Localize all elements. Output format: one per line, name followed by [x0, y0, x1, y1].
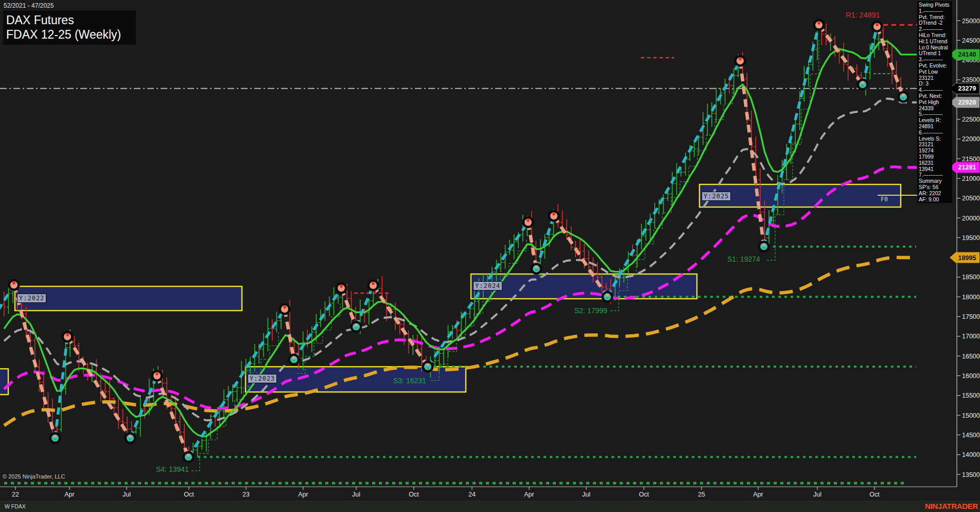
price-tick-label: 25000 — [962, 18, 980, 25]
time-tick-label: 22 — [12, 491, 19, 498]
price-tick-label: 19500 — [962, 234, 980, 242]
time-tick-label: Oct — [409, 491, 419, 498]
pivot-marker-dot — [355, 327, 358, 330]
swing-panel-line: 24891 — [919, 124, 952, 130]
price-tick-label: 17500 — [962, 313, 980, 320]
time-tick-label: Oct — [639, 491, 649, 498]
swing-panel-line: Summary — [919, 178, 952, 184]
swing-panel-line: 16231 — [919, 160, 952, 166]
swing-panel-line: 7.----------- — [919, 172, 952, 178]
swing-panel-line: Lo:0 Neutral — [919, 45, 952, 51]
price-tag-value: 22928 — [958, 99, 976, 106]
price-tick-label: 14500 — [962, 432, 980, 439]
price-tag-value: 18995 — [958, 254, 976, 262]
pivot-marker-dot — [12, 282, 15, 285]
time-tick-label: 23 — [242, 491, 250, 498]
time-tick-label: Jul — [582, 491, 590, 498]
time-tick-label: Oct — [184, 491, 194, 498]
f0-label: F0 — [881, 196, 888, 203]
resistance-label-R1: R1: 24891 — [846, 11, 880, 19]
price-tag-value: 24140 — [958, 51, 976, 58]
year-box-label-Y-2025: Y:2025 — [702, 192, 731, 201]
price-tick-label: 22000 — [962, 135, 980, 143]
pivot-marker-dot — [54, 438, 57, 441]
swing-panel-line: 3.----------- — [919, 57, 952, 63]
ninjatrader-chart-window: S1: 19274S2: 17999S3: 16231S4: 13941R1: … — [0, 0, 980, 512]
data-series-tab[interactable]: W FDAX — [5, 503, 26, 509]
price-tick-label: 14000 — [962, 451, 980, 458]
zigzag-downswing — [373, 285, 428, 367]
pivot-marker-dot — [355, 323, 358, 327]
swing-panel-line: Pvt High — [919, 99, 952, 106]
zigzag-downswing — [67, 337, 130, 438]
pivot-marker-dot — [426, 363, 429, 366]
swing-panel-line: 13941 — [919, 166, 952, 173]
pivot-marker-dot — [763, 247, 765, 249]
price-tick-label: 17000 — [962, 333, 980, 340]
zigzag-downswing — [157, 376, 188, 457]
price-tick-label: 21500 — [962, 156, 980, 163]
zigzag-upswing — [536, 216, 554, 269]
copyright-watermark: © 2025 NinjaTrader, LLC — [3, 473, 65, 480]
chart-plot-area[interactable]: S1: 19274S2: 17999S3: 16231S4: 13941R1: … — [0, 0, 980, 512]
zigzag-upswing — [607, 61, 740, 297]
pivot-marker-dot — [535, 269, 538, 271]
time-axis[interactable]: 22AprJulOct23AprJulOct24AprJulOct25AprJu… — [0, 487, 957, 498]
swing-panel-line: HiLo Trend: — [919, 32, 952, 39]
pivot-marker-dot — [606, 297, 609, 299]
contract-and-period: FDAX 12-25 (Weekly) — [6, 27, 133, 42]
swing-panel-line: Swing Pivots — [919, 2, 952, 8]
time-tick-label: Apr — [753, 491, 763, 498]
price-tick-label: 23500 — [962, 76, 980, 83]
price-tick-label: 20000 — [962, 215, 980, 222]
pivot-marker-dot — [527, 219, 530, 222]
swing-panel-line: 17999 — [919, 154, 952, 160]
zigzag-downswing — [285, 309, 294, 360]
price-tick-label: 16500 — [962, 353, 980, 360]
swing-panel-line: Levels S: — [919, 136, 952, 142]
instrument-title-box: DAX Futures FDAX 12-25 (Weekly) — [3, 11, 136, 45]
swing-panel-line: Levels R: — [919, 117, 952, 124]
pivot-marker-dot — [187, 457, 190, 459]
price-tick-label: 16000 — [962, 372, 980, 380]
zigzag-upswing — [764, 25, 819, 246]
pivot-marker-dot — [54, 435, 57, 438]
swing-panel-line: SP's: 56 — [919, 184, 952, 191]
zigzag-upswing — [294, 288, 341, 360]
price-tick-label: 13500 — [962, 471, 980, 479]
swing-panel-line: 5.----------- — [919, 111, 952, 117]
pivot-marker-dot — [861, 81, 864, 84]
swing-panel-line: 24339 — [919, 106, 952, 112]
year-box-label-Y-2024: Y:2024 — [473, 281, 502, 291]
year-box-Y:2022 — [15, 286, 242, 311]
time-tick-label: 24 — [468, 491, 476, 498]
time-tick-label: Apr — [524, 491, 534, 498]
pivot-marker-dot — [372, 282, 375, 285]
support-label-S4: S4: 13941 — [156, 465, 189, 473]
pivot-marker-dot — [862, 84, 864, 87]
swing-panel-line: 1.----------- — [919, 8, 952, 14]
pivot-marker-dot — [293, 360, 295, 362]
price-tag-value: 23279 — [958, 85, 976, 92]
swing-panel-line: 19274 — [919, 148, 952, 154]
year-box-label-Y-2022: Y:2022 — [17, 294, 46, 303]
swing-panel-line: AF: 9.00 — [919, 197, 952, 203]
pivot-marker-dot — [129, 438, 132, 441]
year-box — [0, 369, 8, 395]
swing-pivot-markers — [8, 19, 909, 463]
zigzag-downswing — [877, 26, 903, 97]
time-tick-label: 25 — [698, 491, 705, 498]
time-tick-label: Jul — [813, 491, 821, 498]
swing-panel-line: DTrend -2 — [919, 20, 952, 26]
pivot-marker-dot — [283, 306, 286, 309]
swing-panel-line: Pvt. Trend: — [919, 14, 952, 21]
trailing-stop-step-line — [191, 332, 278, 471]
swing-panel-line: 4.----------- — [919, 87, 952, 93]
price-axis[interactable]: 2500024500240002350023000225002200021500… — [957, 0, 980, 487]
swing-panel-line: 23121 — [919, 142, 952, 148]
swing-panel-line: Pvt. Evolve: — [919, 63, 952, 69]
pivot-marker-dot — [340, 285, 343, 288]
price-tag-value: 21281 — [958, 164, 976, 171]
pivot-marker-dot — [762, 243, 765, 246]
swing-panel-line: Hi:1 UTrend — [919, 39, 952, 45]
